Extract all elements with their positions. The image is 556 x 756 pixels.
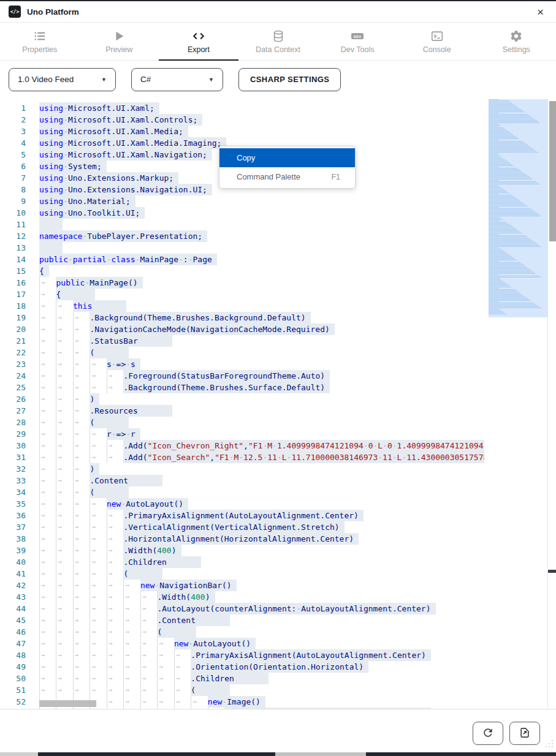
app-title: Uno Platform xyxy=(27,7,79,17)
minimap-line xyxy=(489,146,530,146)
minimap-line xyxy=(489,138,519,139)
minimap-line xyxy=(489,129,505,129)
code-line: →→→→→.Foreground(StatusBarForegroundThem… xyxy=(39,370,484,382)
code-line: →→→→→→→→→.Children xyxy=(39,673,484,684)
refresh-button[interactable] xyxy=(473,722,503,745)
code-content[interactable]: using·Microsoft.UI.Xaml;using·Microsoft.… xyxy=(39,102,484,709)
minimap-line xyxy=(489,224,510,225)
minimap-line xyxy=(489,190,505,191)
minimap-line xyxy=(489,142,524,143)
tab-label: Export xyxy=(188,45,210,54)
tab-properties[interactable]: Properties xyxy=(0,23,80,60)
minimap-line xyxy=(489,298,527,298)
context-menu-item-copy[interactable]: Copy xyxy=(219,148,355,167)
vertical-scrollbar-thumb[interactable] xyxy=(549,101,556,241)
minimap-line xyxy=(489,300,531,301)
minimap-line xyxy=(489,162,509,162)
line-number: 40 xyxy=(0,556,26,568)
minimap-line xyxy=(489,262,520,263)
minimap-line xyxy=(489,227,514,227)
minimap-line xyxy=(489,105,516,106)
tab-preview[interactable]: Preview xyxy=(80,23,159,60)
tab-console[interactable]: Console xyxy=(397,23,477,60)
tab-label: Console xyxy=(423,45,451,54)
page-horizontal-scrollbar-thumb[interactable] xyxy=(275,752,366,756)
minimap-line xyxy=(489,123,540,123)
minimap[interactable] xyxy=(489,99,547,317)
vertical-scrollbar[interactable] xyxy=(547,99,556,709)
minimap-line xyxy=(489,136,516,137)
minimap-line xyxy=(489,103,512,104)
minimap-line xyxy=(489,274,499,275)
minimap-line xyxy=(489,202,522,203)
minimap-line xyxy=(489,148,533,149)
line-number: 30 xyxy=(0,440,26,452)
minimap-line xyxy=(489,271,533,271)
minimap-line xyxy=(489,110,523,111)
minimap-line xyxy=(489,292,519,292)
minimap-line xyxy=(489,131,509,132)
minimap-line xyxy=(489,168,517,168)
minimap-line xyxy=(489,154,498,155)
minimap-line xyxy=(489,236,527,237)
export-file-button[interactable] xyxy=(509,722,540,745)
minimap-line xyxy=(489,268,529,269)
code-line: →→→→→( xyxy=(39,568,484,580)
line-number: 24 xyxy=(0,370,26,382)
minimap-line xyxy=(489,273,536,274)
minimap-line xyxy=(489,218,501,219)
minimap-line xyxy=(489,295,524,296)
minimap-line xyxy=(489,257,514,258)
minimap-line xyxy=(489,203,524,204)
minimap-line xyxy=(489,283,506,284)
minimap-line xyxy=(489,256,512,257)
line-number: 35 xyxy=(0,498,26,510)
code-line xyxy=(39,219,484,230)
minimap-line xyxy=(489,217,500,217)
minimap-line xyxy=(489,243,536,243)
code-editor[interactable]: 1234567891011121314151617181920212223242… xyxy=(0,99,556,709)
line-number: 18 xyxy=(0,300,26,312)
code-line: →{ xyxy=(39,289,484,300)
minimap-line xyxy=(489,304,536,304)
minimap-line xyxy=(489,277,541,278)
minimap-line xyxy=(489,185,498,186)
chevron-down-icon: ▼ xyxy=(101,77,107,83)
minimap-line xyxy=(489,201,520,202)
line-number: 29 xyxy=(0,428,26,440)
tab-dev-tools[interactable]: DEV Dev Tools xyxy=(318,23,397,60)
tab-data-context[interactable]: Data Context xyxy=(238,23,318,60)
minimap-line xyxy=(489,281,503,281)
code-line: →→→→→→→→→( xyxy=(39,684,484,696)
resize-grip[interactable] xyxy=(543,738,554,749)
line-number: 20 xyxy=(0,323,26,335)
minimap-line xyxy=(489,161,507,161)
minimap-line xyxy=(489,293,520,293)
minimap-line xyxy=(489,276,539,276)
context-menu: Copy Command Palette F1 xyxy=(219,146,356,189)
minimap-line xyxy=(489,301,499,302)
horizontal-scrollbar-thumb[interactable] xyxy=(39,700,96,707)
csharp-settings-button[interactable]: CSHARP SETTINGS xyxy=(238,68,341,91)
minimap-line xyxy=(489,210,533,210)
export-toolbar: 1.0 Video Feed ▼ C# ▼ CSHARP SETTINGS xyxy=(0,61,556,98)
language-select[interactable]: C# ▼ xyxy=(131,68,223,91)
line-number: 8 xyxy=(0,184,26,195)
minimap-line xyxy=(489,249,501,249)
tab-export[interactable]: Export xyxy=(159,23,238,60)
page-horizontal-scrollbar[interactable] xyxy=(0,752,556,756)
language-select-value: C# xyxy=(140,75,151,84)
close-icon[interactable]: × xyxy=(533,5,547,19)
minimap-line xyxy=(489,158,503,159)
line-number: 5 xyxy=(0,149,26,161)
minimap-line xyxy=(489,200,519,200)
target-select[interactable]: 1.0 Video Feed ▼ xyxy=(9,68,116,91)
line-number: 19 xyxy=(0,312,26,323)
tab-settings[interactable]: Settings xyxy=(476,23,556,60)
minimap-line xyxy=(489,192,509,193)
minimap-line xyxy=(489,250,503,251)
code-line: →→→→→→→( xyxy=(39,626,484,638)
minimap-line xyxy=(489,181,536,182)
context-menu-item-command-palette[interactable]: Command Palette F1 xyxy=(219,167,355,186)
code-line: →→→.Resources xyxy=(39,405,484,417)
